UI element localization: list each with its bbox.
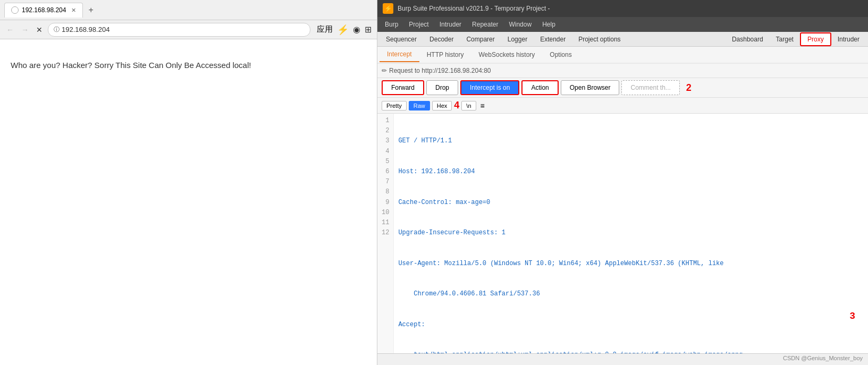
tab-websockets-history[interactable]: WebSockets history xyxy=(471,48,543,62)
burp-menu-bar: Burp Project Intruder Repeater Window He… xyxy=(377,17,868,32)
tab-title: 192.168.98.204 xyxy=(22,6,66,14)
code-line-5: User-Agent: Mozilla/5.0 (Windows NT 10.0… xyxy=(398,259,864,269)
code-line-5b: Chrome/94.0.4606.81 Safari/537.36 xyxy=(398,289,864,299)
address-url: 192.168.98.204 xyxy=(62,26,109,33)
nav1-decoder[interactable]: Decoder xyxy=(423,33,460,45)
action-button[interactable]: Action xyxy=(521,80,558,95)
menu-help[interactable]: Help xyxy=(537,19,561,30)
burp-panel: ⚡ Burp Suite Professional v2021.9 - Temp… xyxy=(377,0,868,365)
browser-message: Who are you? Hacker? Sorry This Site Can… xyxy=(11,61,366,70)
burp-buttons-bar: Forward Drop Intercept is on Action Open… xyxy=(377,78,868,98)
open-browser-button[interactable]: Open Browser xyxy=(561,80,620,95)
browser-tab[interactable]: 192.168.98.204 ✕ xyxy=(4,3,83,18)
ext-btn-3[interactable]: ⊞ xyxy=(364,23,373,36)
nav1-intruder[interactable]: Intruder xyxy=(831,33,866,45)
menu-burp[interactable]: Burp xyxy=(380,19,403,30)
burp-controls: ✏ Request to http://192.168.98.204:80 xyxy=(377,64,868,78)
nav1-extender[interactable]: Extender xyxy=(534,33,572,45)
annotation-2-label: 2 xyxy=(686,82,692,94)
request-url: Request to http://192.168.98.204:80 xyxy=(389,67,491,74)
fmt-hex-btn[interactable]: Hex xyxy=(432,101,452,111)
tab-http-history[interactable]: HTTP history xyxy=(419,48,471,62)
request-code[interactable]: GET / HTTP/1.1 Host: 192.168.98.204 Cach… xyxy=(394,114,868,353)
new-tab-btn[interactable]: + xyxy=(88,5,93,15)
menu-window[interactable]: Window xyxy=(503,19,537,30)
browser-extensions: 应用 ⚡ ◉ ⊞ xyxy=(316,23,373,37)
burp-titlebar: ⚡ Burp Suite Professional v2021.9 - Temp… xyxy=(377,0,868,17)
menu-project[interactable]: Project xyxy=(403,19,434,30)
pencil-icon: ✏ xyxy=(382,67,387,74)
tab-intercept[interactable]: Intercept xyxy=(380,47,419,62)
tab-close-btn[interactable]: ✕ xyxy=(71,7,76,14)
burp-nav2: Intercept HTTP history WebSockets histor… xyxy=(377,47,868,64)
browser-panel: 192.168.98.204 ✕ + ← → ✕ ⓘ 192.168.98.20… xyxy=(0,0,377,365)
burp-request-area: 1 2 3 4 5 6 7 8 9 10 11 12 GET / HTTP/1.… xyxy=(377,114,868,353)
nav1-project-options[interactable]: Project options xyxy=(572,33,627,45)
browser-content: Who are you? Hacker? Sorry This Site Can… xyxy=(0,39,377,365)
browser-toolbar: ← → ✕ ⓘ 192.168.98.204 应用 ⚡ ◉ ⊞ xyxy=(0,20,377,39)
back-btn[interactable]: ← xyxy=(4,24,16,35)
burp-logo-icon: ⚡ xyxy=(383,3,393,14)
nav1-target[interactable]: Target xyxy=(770,33,800,45)
menu-repeater[interactable]: Repeater xyxy=(467,19,503,30)
menu-intruder[interactable]: Intruder xyxy=(434,19,467,30)
code-line-6b: text/html,application/xhtml+xml,applicat… xyxy=(398,350,864,353)
apps-btn[interactable]: 应用 xyxy=(316,23,334,36)
code-line-2: Host: 192.168.98.204 xyxy=(398,167,864,177)
intercept-on-button[interactable]: Intercept is on xyxy=(460,80,519,95)
annotation-3-label: 3 xyxy=(849,311,855,321)
code-line-1: GET / HTTP/1.1 xyxy=(398,136,864,146)
request-content: 1 2 3 4 5 6 7 8 9 10 11 12 GET / HTTP/1.… xyxy=(377,114,868,353)
tab-options[interactable]: Options xyxy=(542,48,579,62)
address-icon: ⓘ xyxy=(54,26,60,33)
status-watermark: CSDN @Genius_Monster_boy xyxy=(783,355,863,361)
address-bar[interactable]: ⓘ 192.168.98.204 xyxy=(48,23,310,37)
code-line-4: Upgrade-Insecure-Requests: 1 xyxy=(398,228,864,238)
nav1-dashboard[interactable]: Dashboard xyxy=(726,33,770,45)
burp-format-bar: Pretty Raw Hex 4 \n ≡ xyxy=(377,98,868,114)
nav1-sequencer[interactable]: Sequencer xyxy=(380,33,423,45)
line-numbers: 1 2 3 4 5 6 7 8 9 10 11 12 xyxy=(377,114,394,353)
fmt-menu-icon[interactable]: ≡ xyxy=(481,101,485,110)
code-line-6: Accept: xyxy=(398,320,864,330)
fmt-raw-btn[interactable]: Raw xyxy=(409,101,430,111)
nav1-logger[interactable]: Logger xyxy=(501,33,534,45)
ext-btn-2[interactable]: ◉ xyxy=(352,23,361,36)
nav1-proxy[interactable]: Proxy xyxy=(800,32,831,46)
code-line-3: Cache-Control: max-age=0 xyxy=(398,198,864,208)
fmt-n-btn[interactable]: \n xyxy=(461,101,476,111)
burp-title: Burp Suite Professional v2021.9 - Tempor… xyxy=(398,5,550,12)
comment-button[interactable]: Comment th... xyxy=(621,80,679,95)
reload-close-btn[interactable]: ✕ xyxy=(34,24,45,35)
browser-titlebar: 192.168.98.204 ✕ + xyxy=(0,0,377,20)
request-label: ✏ Request to http://192.168.98.204:80 xyxy=(382,67,864,74)
nav1-comparer[interactable]: Comparer xyxy=(460,33,501,45)
fmt-pretty-btn[interactable]: Pretty xyxy=(382,101,407,111)
forward-btn[interactable]: → xyxy=(19,24,31,35)
tab-favicon xyxy=(11,6,19,14)
forward-button[interactable]: Forward xyxy=(382,80,424,95)
ext-btn-1[interactable]: ⚡ xyxy=(336,23,350,37)
burp-statusbar: CSDN @Genius_Monster_boy xyxy=(377,353,868,365)
annotation-4-label: 4 xyxy=(454,100,459,111)
drop-button[interactable]: Drop xyxy=(426,80,458,95)
burp-nav1: Sequencer Decoder Comparer Logger Extend… xyxy=(377,32,868,47)
